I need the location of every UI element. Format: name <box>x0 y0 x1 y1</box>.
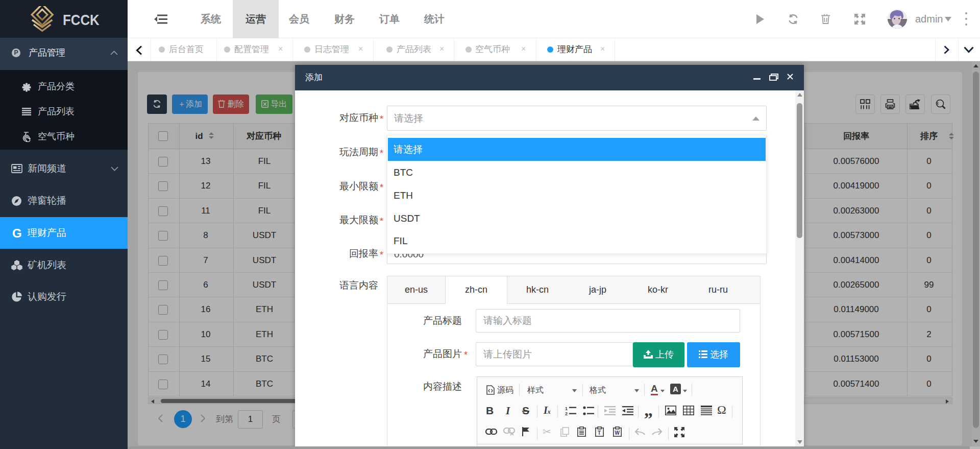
svg-text:W: W <box>615 430 620 436</box>
svg-text:T: T <box>598 430 601 436</box>
svg-text:2: 2 <box>565 411 568 415</box>
svg-text:1: 1 <box>565 406 568 411</box>
